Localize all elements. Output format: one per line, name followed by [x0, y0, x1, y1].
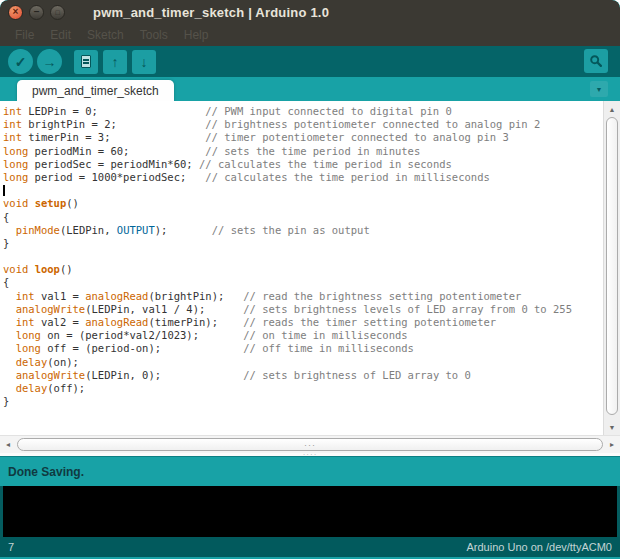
code-line: int LEDPin = 0; // PWM input connected t…	[3, 105, 603, 118]
code-line: {	[3, 211, 603, 224]
horizontal-scrollbar[interactable]: ◂ ··· ▸	[0, 435, 620, 453]
code-line: int val1 = analogRead(brightPin); // rea…	[3, 290, 603, 303]
title-bar: × – □ pwm_and_timer_sketch | Arduino 1.0	[0, 0, 620, 24]
tab-bar: pwm_and_timer_sketch ▼	[0, 77, 620, 101]
horizontal-scrollbar-thumb[interactable]: ···	[17, 438, 603, 451]
code-line: long on = (period*val2/1023); // on time…	[3, 329, 603, 342]
editor-pane: int LEDPin = 0; // PWM input connected t…	[0, 101, 620, 435]
console-wrapper	[0, 486, 620, 537]
code-line: }	[3, 237, 603, 250]
menu-item-file[interactable]: File	[8, 26, 41, 44]
code-line: long periodMin = 60; // sets the time pe…	[3, 145, 603, 158]
window-controls: × – □	[8, 5, 65, 20]
code-line: analogWrite(LEDPin, val1 / 4); // sets b…	[3, 303, 603, 316]
up-arrow-icon: ↑	[112, 55, 119, 69]
code-line: analogWrite(LEDPin, 0); // sets brightne…	[3, 369, 603, 382]
current-line-number: 7	[8, 541, 14, 553]
document-icon	[81, 55, 91, 68]
code-line: delay(on);	[3, 356, 603, 369]
code-line: pinMode(LEDPin, OUTPUT); // sets the pin…	[3, 224, 603, 237]
chevron-down-icon: ▼	[596, 86, 603, 93]
minimize-window-icon[interactable]: –	[29, 5, 44, 20]
upload-button[interactable]: →	[37, 49, 62, 74]
board-port-info: Arduino Uno on /dev/ttyACM0	[466, 541, 612, 553]
code-line: delay(off);	[3, 382, 603, 395]
verify-button[interactable]: ✓	[8, 49, 33, 74]
save-sketch-button[interactable]: ↓	[132, 50, 156, 74]
console-output	[3, 486, 617, 537]
serial-monitor-button[interactable]	[584, 49, 608, 73]
check-icon: ✓	[15, 55, 27, 69]
tab-pwm-and-timer-sketch[interactable]: pwm_and_timer_sketch	[17, 80, 174, 101]
menu-item-help[interactable]: Help	[177, 26, 216, 44]
code-line: long period = 1000*periodSec; // calcula…	[3, 171, 603, 184]
menu-item-edit[interactable]: Edit	[43, 26, 78, 44]
window-title: pwm_and_timer_sketch | Arduino 1.0	[93, 5, 329, 20]
scroll-up-icon[interactable]: ▲	[604, 102, 620, 116]
open-sketch-button[interactable]: ↑	[103, 50, 127, 74]
down-arrow-icon: ↓	[141, 55, 148, 69]
close-window-icon[interactable]: ×	[8, 5, 23, 20]
scroll-down-icon[interactable]: ▼	[604, 420, 620, 434]
scroll-right-icon[interactable]: ▸	[604, 436, 620, 453]
code-line: int brightPin = 2; // brightness potenti…	[3, 118, 603, 131]
code-line: void loop()	[3, 263, 603, 276]
status-message: Done Saving.	[8, 465, 84, 479]
footer-bar: 7 Arduino Uno on /dev/ttyACM0	[0, 537, 620, 559]
scroll-left-icon[interactable]: ◂	[0, 436, 16, 453]
menu-item-sketch[interactable]: Sketch	[80, 26, 131, 44]
right-arrow-icon: →	[43, 55, 57, 69]
thumb-grip-icon: ···	[304, 440, 316, 450]
vertical-scrollbar-thumb[interactable]	[606, 117, 618, 415]
code-line: int timerPin = 3; // timer potentiometer…	[3, 131, 603, 144]
menu-item-tools[interactable]: Tools	[133, 26, 175, 44]
code-line: {	[3, 276, 603, 289]
code-line: long off = (period-on); // off time in m…	[3, 342, 603, 355]
menu-bar: FileEditSketchToolsHelp	[0, 24, 620, 46]
code-area[interactable]: int LEDPin = 0; // PWM input connected t…	[0, 101, 603, 435]
toolbar: ✓ → ↑ ↓	[0, 46, 620, 77]
code-line	[3, 250, 603, 263]
new-sketch-button[interactable]	[74, 50, 98, 74]
status-bar: Done Saving.	[0, 456, 620, 486]
code-line: void setup()	[3, 197, 603, 210]
code-line: long periodSec = periodMin*60; // calcul…	[3, 158, 603, 171]
tab-menu-button[interactable]: ▼	[590, 81, 608, 97]
vertical-scrollbar[interactable]: ▲ ▼	[603, 101, 620, 435]
code-line: }	[3, 395, 603, 408]
arduino-ide-window: × – □ pwm_and_timer_sketch | Arduino 1.0…	[0, 0, 620, 559]
code-line: int val2 = analogRead(timerPin); // read…	[3, 316, 603, 329]
text-caret	[3, 185, 5, 196]
magnifier-icon	[589, 54, 603, 68]
code-line	[3, 184, 603, 197]
maximize-window-icon[interactable]: □	[50, 5, 65, 20]
